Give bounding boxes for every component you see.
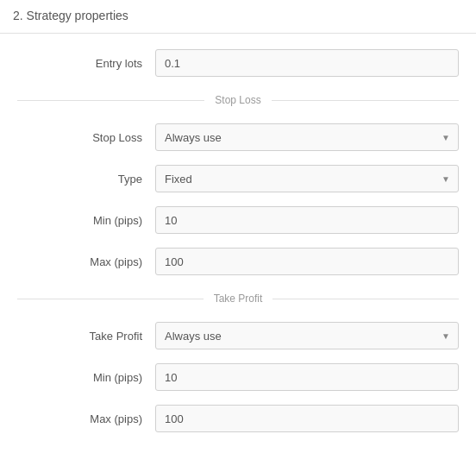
page-title: 2. Strategy properties [13,9,128,22]
entry-lots-input[interactable] [155,49,459,77]
tp-divider-line-right [272,299,459,299]
take-profit-select[interactable]: Always use Never use Use if set [155,322,459,349]
sl-max-row: Max (pips) [0,241,476,282]
entry-lots-row: Entry lots [0,42,476,84]
take-profit-row: Take Profit Always use Never use Use if … [0,315,476,356]
type-select-wrapper: Fixed Variable ATR ▼ [155,165,459,192]
sl-min-input[interactable] [155,206,459,234]
sl-min-row: Min (pips) [0,199,476,241]
tp-min-label: Min (pips) [17,371,155,384]
tp-min-row: Min (pips) [0,356,476,398]
stop-loss-divider: Stop Loss [0,87,476,113]
type-select[interactable]: Fixed Variable ATR [155,165,459,192]
take-profit-divider-label: Take Profit [204,293,273,305]
tp-divider-line-left [17,299,204,299]
sl-min-label: Min (pips) [17,214,155,227]
form-section: Entry lots Stop Loss Stop Loss Always us… [0,34,476,448]
tp-min-input[interactable] [155,363,459,391]
sl-max-label: Max (pips) [17,255,155,268]
take-profit-label: Take Profit [17,330,155,343]
entry-lots-label: Entry lots [17,57,155,70]
stop-loss-divider-label: Stop Loss [204,94,271,106]
divider-line-left [17,100,204,101]
type-row: Type Fixed Variable ATR ▼ [0,158,476,199]
stop-loss-row: Stop Loss Always use Never use Use if se… [0,116,476,158]
tp-max-row: Max (pips) [0,398,476,439]
stop-loss-select[interactable]: Always use Never use Use if set [155,123,459,151]
take-profit-select-wrapper: Always use Never use Use if set ▼ [155,322,459,349]
page-container: 2. Strategy properties Entry lots Stop L… [0,0,476,448]
section-title: 2. Strategy properties [0,0,476,34]
stop-loss-label: Stop Loss [17,131,155,144]
divider-line-right [272,100,459,101]
sl-max-input[interactable] [155,248,459,275]
type-label: Type [17,173,155,186]
stop-loss-select-wrapper: Always use Never use Use if set ▼ [155,123,459,151]
tp-max-label: Max (pips) [17,412,155,425]
tp-max-input[interactable] [155,405,459,432]
take-profit-divider: Take Profit [0,286,476,312]
